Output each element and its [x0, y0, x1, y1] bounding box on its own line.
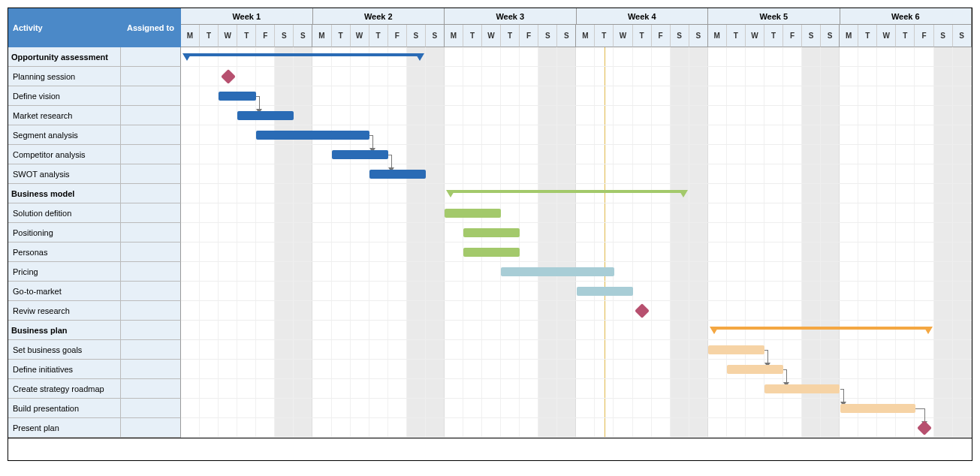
assigned-cell[interactable] — [121, 243, 181, 262]
milestone[interactable] — [635, 303, 650, 318]
day-header: T — [727, 25, 746, 47]
timeline-cell[interactable] — [181, 164, 972, 184]
task-row: Solution defition — [8, 203, 972, 223]
task-row: Build presentation — [8, 399, 972, 418]
day-header: M — [312, 25, 331, 47]
assigned-cell[interactable] — [121, 125, 181, 145]
today-indicator — [605, 145, 605, 164]
task-row: Competitor analysis — [8, 145, 972, 164]
assigned-cell[interactable] — [121, 360, 181, 379]
task-name[interactable]: Market research — [8, 106, 121, 125]
task-name[interactable]: Business model — [8, 184, 121, 203]
timeline-cell[interactable] — [181, 47, 972, 67]
task-bar[interactable] — [369, 170, 426, 179]
timeline-cell[interactable] — [181, 282, 972, 301]
assigned-cell[interactable] — [121, 379, 181, 399]
assigned-cell[interactable] — [121, 340, 181, 360]
task-name[interactable]: Planning session — [8, 67, 121, 86]
assigned-cell[interactable] — [121, 223, 181, 243]
assigned-cell[interactable] — [121, 418, 181, 438]
assigned-cell[interactable] — [121, 282, 181, 301]
task-name[interactable]: Define initiatives — [8, 360, 121, 379]
task-bar[interactable] — [445, 209, 501, 218]
milestone[interactable] — [221, 69, 236, 84]
task-row: Market research — [8, 106, 972, 125]
task-name[interactable]: Define vision — [8, 86, 121, 106]
task-bar[interactable] — [501, 267, 614, 276]
task-name[interactable]: Present plan — [8, 418, 121, 438]
assigned-cell[interactable] — [121, 47, 181, 67]
assigned-cell[interactable] — [121, 164, 181, 184]
timeline-cell[interactable] — [181, 262, 972, 282]
day-header: M — [708, 25, 727, 47]
task-bar[interactable] — [577, 287, 633, 296]
task-name[interactable]: Build presentation — [8, 399, 121, 418]
task-row: Create strategy roadmap — [8, 379, 972, 399]
timeline-cell[interactable] — [181, 145, 972, 164]
assigned-cell[interactable] — [121, 301, 181, 321]
today-indicator — [605, 67, 605, 86]
task-bar[interactable] — [463, 248, 520, 257]
task-bar[interactable] — [332, 150, 388, 159]
timeline-cell[interactable] — [181, 86, 972, 106]
assigned-cell[interactable] — [121, 203, 181, 223]
task-name[interactable]: SWOT analysis — [8, 164, 121, 184]
timeline-header: Week 1Week 2Week 3Week 4Week 5Week 6 MTW… — [181, 8, 972, 47]
summary-bar[interactable] — [187, 53, 421, 56]
assigned-cell[interactable] — [121, 184, 181, 203]
milestone[interactable] — [917, 420, 932, 435]
assigned-cell[interactable] — [121, 106, 181, 125]
timeline-cell[interactable] — [181, 418, 972, 438]
timeline-cell[interactable] — [181, 203, 972, 223]
task-name[interactable]: Business plan — [8, 321, 121, 340]
timeline-cell[interactable] — [181, 301, 972, 321]
timeline-cell[interactable] — [181, 360, 972, 379]
timeline-cell[interactable] — [181, 106, 972, 125]
task-name[interactable]: Positioning — [8, 223, 121, 243]
timeline-cell[interactable] — [181, 67, 972, 86]
task-bar[interactable] — [219, 92, 256, 101]
task-name[interactable]: Segment analysis — [8, 125, 121, 145]
column-header-assigned[interactable]: Assigned to — [121, 8, 181, 47]
assigned-cell[interactable] — [121, 262, 181, 282]
task-row: Business model — [8, 184, 972, 203]
today-indicator — [605, 340, 605, 359]
task-name[interactable]: Create strategy roadmap — [8, 379, 121, 399]
task-bar[interactable] — [840, 404, 915, 413]
task-row: Reviw research — [8, 301, 972, 321]
timeline-cell[interactable] — [181, 125, 972, 145]
day-header: F — [520, 25, 538, 47]
task-bar[interactable] — [764, 384, 840, 393]
today-indicator — [605, 86, 605, 105]
day-header: F — [652, 25, 671, 47]
task-name[interactable]: Opportunity assessment — [8, 47, 121, 67]
timeline-cell[interactable] — [181, 321, 972, 340]
summary-bar[interactable] — [714, 327, 929, 330]
task-bar[interactable] — [256, 131, 369, 140]
assigned-cell[interactable] — [121, 399, 181, 418]
timeline-cell[interactable] — [181, 399, 972, 418]
timeline-cell[interactable] — [181, 243, 972, 262]
task-bar[interactable] — [708, 345, 764, 354]
task-name[interactable]: Solution defition — [8, 203, 121, 223]
task-name[interactable]: Pricing — [8, 262, 121, 282]
assigned-cell[interactable] — [121, 321, 181, 340]
task-name[interactable]: Go-to-market — [8, 282, 121, 301]
summary-bar[interactable] — [451, 190, 684, 193]
task-bar[interactable] — [463, 228, 520, 237]
task-name[interactable]: Reviw research — [8, 301, 121, 321]
timeline-cell[interactable] — [181, 223, 972, 243]
day-header: S — [407, 25, 426, 47]
assigned-cell[interactable] — [121, 67, 181, 86]
task-bar[interactable] — [237, 111, 294, 120]
timeline-cell[interactable] — [181, 340, 972, 360]
timeline-cell[interactable] — [181, 184, 972, 203]
task-name[interactable]: Personas — [8, 243, 121, 262]
timeline-cell[interactable] — [181, 379, 972, 399]
assigned-cell[interactable] — [121, 145, 181, 164]
task-name[interactable]: Set business goals — [8, 340, 121, 360]
task-name[interactable]: Competitor analysis — [8, 145, 121, 164]
task-bar[interactable] — [727, 365, 783, 374]
column-header-activity[interactable]: Activity — [8, 8, 121, 47]
assigned-cell[interactable] — [121, 86, 181, 106]
